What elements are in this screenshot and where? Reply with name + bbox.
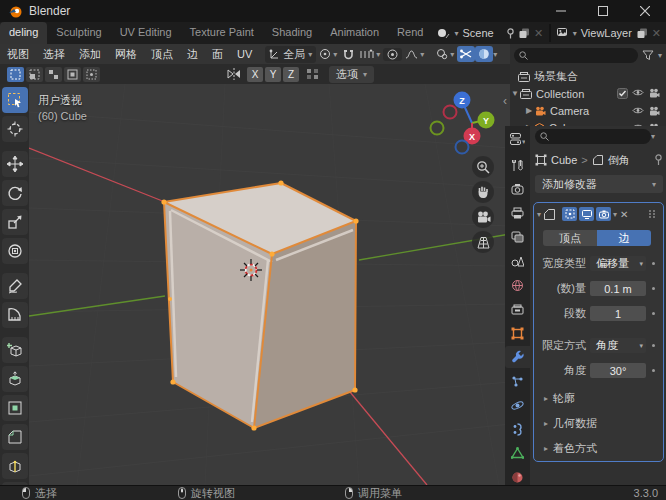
pin-icon[interactable] xyxy=(654,154,663,166)
minimize-button[interactable] xyxy=(540,0,582,22)
tab-object[interactable] xyxy=(505,322,530,344)
breadcrumb-modifier[interactable]: 倒角 xyxy=(608,153,650,168)
tool-select-box[interactable] xyxy=(2,87,28,113)
tab-scene[interactable] xyxy=(505,250,530,272)
pan-view-button[interactable] xyxy=(472,181,494,203)
animate-dot[interactable] xyxy=(652,344,655,347)
viewlayer-selector[interactable]: ▾ ViewLayer ✕ xyxy=(552,22,666,44)
ortho-toggle-button[interactable] xyxy=(472,231,494,253)
tool-inset-faces[interactable] xyxy=(2,395,28,421)
snap-toggle[interactable] xyxy=(340,49,357,60)
tool-extrude-region[interactable] xyxy=(2,366,28,392)
display-render-toggle[interactable] xyxy=(596,207,611,221)
tab-object-data[interactable] xyxy=(505,442,530,464)
filter-icon[interactable] xyxy=(642,50,654,61)
menu-add[interactable]: 添加 xyxy=(72,47,108,62)
amount-field[interactable]: 0.1 m xyxy=(590,281,646,296)
pin-icon[interactable] xyxy=(506,28,515,39)
tool-scale[interactable] xyxy=(2,209,28,235)
tab-tool[interactable] xyxy=(505,154,530,176)
tool-move[interactable] xyxy=(2,151,28,177)
select-mode-edge[interactable] xyxy=(26,67,43,82)
tool-bevel[interactable] xyxy=(2,424,28,450)
animate-dot[interactable] xyxy=(652,369,655,372)
breadcrumb-object[interactable]: Cube xyxy=(551,154,577,166)
animate-dot[interactable] xyxy=(652,312,655,315)
collapse-icon[interactable]: ▶ xyxy=(524,106,534,115)
viewport-3d[interactable]: Z Y X 用户透视 (60) Cube ‹ xyxy=(0,84,510,485)
tab-shading[interactable]: Shading xyxy=(263,22,321,44)
chevron-down-icon[interactable]: ▾ xyxy=(658,51,662,60)
affect-vertices-button[interactable]: 顶点 xyxy=(543,230,597,246)
options-dropdown[interactable]: 选项 ▾ xyxy=(329,66,374,83)
tab-constraints[interactable] xyxy=(505,418,530,440)
expand-icon[interactable]: ▼ xyxy=(510,89,520,98)
menu-vertex[interactable]: 顶点 xyxy=(144,47,180,62)
expand-icon[interactable]: ▾ xyxy=(537,210,541,219)
section-geometry[interactable]: ▸ 几何数据 xyxy=(544,416,597,431)
tab-output[interactable] xyxy=(505,202,530,224)
menu-mesh[interactable]: 网格 xyxy=(108,47,144,62)
tab-modifiers[interactable] xyxy=(505,346,530,368)
new-viewlayer-icon[interactable] xyxy=(637,28,648,39)
animate-dot[interactable] xyxy=(652,262,655,265)
outliner-row-scene-collection[interactable]: 场景集合 xyxy=(510,68,666,85)
camera-view-button[interactable] xyxy=(472,206,494,228)
tool-measure[interactable] xyxy=(2,302,28,328)
select-mode-face[interactable] xyxy=(45,67,62,82)
pivot-point-dropdown[interactable]: ▾ xyxy=(316,48,340,60)
snap-symmetry-icon[interactable] xyxy=(306,68,319,80)
tab-material[interactable] xyxy=(505,466,530,485)
zoom-view-button[interactable] xyxy=(472,156,494,178)
tab-rendering[interactable]: Rend xyxy=(388,22,432,44)
cube-mesh[interactable] xyxy=(161,180,358,430)
mirror-x-toggle[interactable]: X xyxy=(247,67,263,82)
menu-select[interactable]: 选择 xyxy=(36,47,72,62)
tab-particles[interactable] xyxy=(505,370,530,392)
tab-uv-editing[interactable]: UV Editing xyxy=(111,22,181,44)
display-editmode-toggle[interactable] xyxy=(562,207,577,221)
menu-edge[interactable]: 边 xyxy=(180,47,205,62)
animate-dot[interactable] xyxy=(652,287,655,290)
select-mode-sync[interactable] xyxy=(83,67,100,82)
xray-toggle[interactable] xyxy=(457,46,475,62)
tool-transform[interactable] xyxy=(2,238,28,264)
outliner-row-collection[interactable]: ▼ Collection xyxy=(510,85,666,102)
editor-type-button[interactable]: ▾ xyxy=(505,128,530,150)
unlink-scene-icon[interactable]: ✕ xyxy=(534,27,543,40)
gizmo-x-negative[interactable] xyxy=(444,106,457,119)
overlays-dropdown[interactable]: ▾ xyxy=(433,48,457,60)
width-type-dropdown[interactable]: 偏移量▾ xyxy=(590,256,646,271)
outliner-search-input[interactable] xyxy=(514,48,638,63)
affect-edges-button[interactable]: 边 xyxy=(597,230,651,246)
eye-icon[interactable] xyxy=(632,88,644,97)
add-modifier-button[interactable]: 添加修改器 ▾ xyxy=(535,175,663,193)
properties-search-input[interactable] xyxy=(535,129,651,144)
menu-uv[interactable]: UV xyxy=(230,48,259,60)
mirror-y-toggle[interactable]: Y xyxy=(265,67,281,82)
mirror-z-toggle[interactable]: Z xyxy=(283,67,299,82)
tool-cursor[interactable] xyxy=(2,116,28,142)
outliner-row-camera[interactable]: ▶ Camera xyxy=(510,102,666,119)
close-button[interactable] xyxy=(624,0,666,22)
navigation-gizmo[interactable]: Z Y X xyxy=(431,92,495,154)
scene-selector[interactable]: ▾ Scene ✕ xyxy=(432,22,548,44)
gizmo-z-negative[interactable] xyxy=(456,141,469,154)
snap-target-dropdown[interactable]: ▾ xyxy=(357,49,383,60)
transform-orientation-dropdown[interactable]: 全局 ▾ xyxy=(265,46,316,63)
segments-field[interactable]: 1 xyxy=(590,306,646,321)
tab-animation[interactable]: Animation xyxy=(321,22,388,44)
tab-world[interactable] xyxy=(505,274,530,296)
menu-view[interactable]: 视图 xyxy=(0,47,36,62)
section-shading[interactable]: ▸ 着色方式 xyxy=(544,441,597,456)
tab-texture-paint[interactable]: Texture Paint xyxy=(181,22,263,44)
section-profile[interactable]: ▸ 轮廓 xyxy=(544,391,575,406)
tool-loop-cut[interactable] xyxy=(2,453,28,479)
eye-icon[interactable] xyxy=(632,106,644,115)
checkbox-icon[interactable] xyxy=(617,88,628,99)
sidebar-collapse-icon[interactable]: ‹ xyxy=(503,94,507,108)
shading-dropdown[interactable]: ▾ xyxy=(493,50,501,59)
angle-field[interactable]: 30° xyxy=(590,363,646,378)
shading-solid-toggle[interactable] xyxy=(475,46,493,62)
modifier-extras-dropdown[interactable]: ▾ xyxy=(613,210,617,219)
